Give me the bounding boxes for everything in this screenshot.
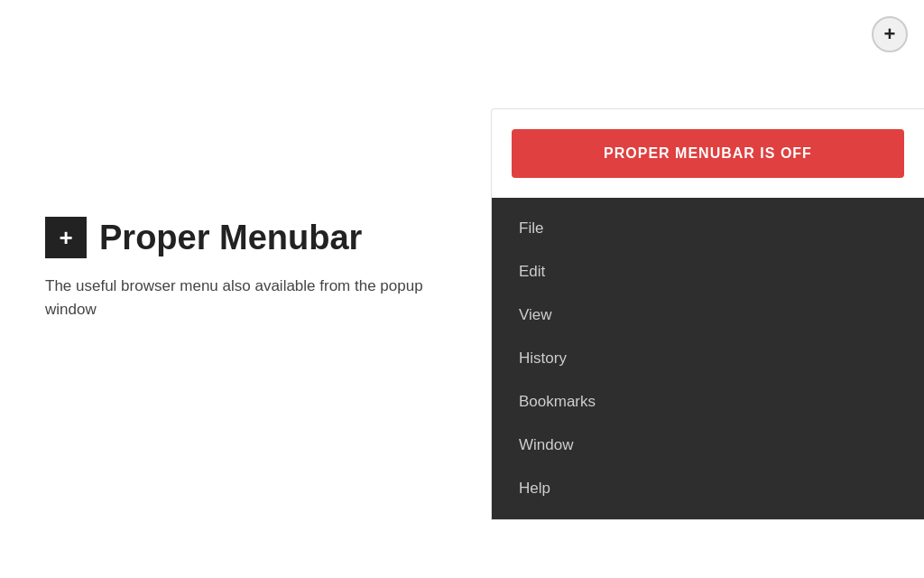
menu-item[interactable]: Help [492,467,924,510]
menu-item[interactable]: View [492,294,924,337]
status-button[interactable]: PROPER MENUBAR IS OFF [512,129,904,178]
app-description: The useful browser menu also available f… [45,275,433,321]
plus-icon: + [884,23,896,46]
menu-item[interactable]: File [492,207,924,250]
menu-list: FileEditViewHistoryBookmarksWindowHelp [492,198,924,519]
menu-item[interactable]: Edit [492,250,924,294]
menu-item[interactable]: Bookmarks [492,380,924,424]
app-icon: + [45,217,87,258]
top-right-plus-button[interactable]: + [872,16,908,52]
right-panel: PROPER MENUBAR IS OFF FileEditViewHistor… [491,108,924,520]
menu-item[interactable]: Window [492,424,924,467]
app-title-row: + Proper Menubar [45,217,433,258]
menu-item[interactable]: History [492,337,924,380]
app-icon-plus: + [59,224,72,252]
app-title: Proper Menubar [99,219,362,257]
left-content-area: + Proper Menubar The useful browser menu… [45,217,433,321]
